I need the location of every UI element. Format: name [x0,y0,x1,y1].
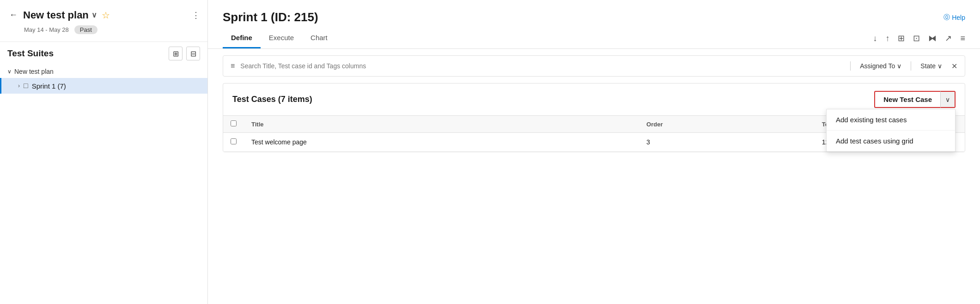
suite-actions: ⊞ ⊟ [169,47,200,60]
filter-close-button[interactable]: ✕ [951,62,957,71]
new-test-case-group: New Test Case ∨ Add existing test cases … [874,91,956,108]
test-cases-section: Test Cases (7 items) New Test Case ∨ Add… [223,83,965,152]
chevron-down-icon: ∨ [91,11,97,19]
add-test-cases-using-grid-item[interactable]: Add test cases using grid [827,131,955,151]
tree-item-parent[interactable]: ∨ New test plan [0,65,207,78]
grid-icon[interactable]: ⊞ [898,33,905,43]
row-checkbox-cell [223,133,244,152]
test-suites-header: Test Suites ⊞ ⊟ [0,42,207,65]
download-icon[interactable]: ↓ [873,34,877,43]
state-dropdown[interactable]: State ∨ [917,60,946,72]
help-link[interactable]: ⓪ Help [943,13,965,22]
tab-execute[interactable]: Execute [261,28,302,48]
test-cases-header: Test Cases (7 items) New Test Case ∨ Add… [223,83,965,116]
folder-icon: □ [24,82,28,90]
assigned-to-label: Assigned To [860,62,895,70]
row-title: Test welcome page [244,133,639,152]
filter-separator [850,61,851,71]
main-header: Sprint 1 (ID: 215) ⓪ Help [208,0,980,24]
new-test-case-chevron-button[interactable]: ∨ [940,91,956,108]
assigned-to-dropdown[interactable]: Assigned To ∨ [856,60,905,72]
plan-name-label: New test plan [23,9,89,21]
search-input[interactable] [240,62,845,70]
filter-settings-icon[interactable]: ≡ [960,34,965,43]
more-button[interactable]: ⋮ [192,10,200,20]
tree-chevron-icon: › [18,83,20,89]
sprint-title: Sprint 1 (ID: 215) [223,10,318,24]
past-badge: Past [74,25,97,34]
th-checkbox [223,116,244,133]
tab-define[interactable]: Define [223,28,261,48]
remove-suite-button[interactable]: ⊟ [186,47,200,60]
expand-icon[interactable]: ↗ [945,33,952,43]
columns-icon[interactable]: ⧓ [928,33,937,43]
assigned-to-chevron-icon: ∨ [897,62,901,70]
help-circle-icon: ⓪ [943,13,950,22]
split-view-icon[interactable]: ⊡ [913,33,920,43]
new-test-case-button[interactable]: New Test Case [874,91,940,108]
chevron-down-icon: ∨ [945,96,950,103]
star-icon[interactable]: ☆ [102,10,110,21]
add-existing-test-cases-item[interactable]: Add existing test cases [827,109,955,131]
back-button[interactable]: ← [7,8,19,22]
test-cases-title: Test Cases (7 items) [232,95,312,104]
filter-separator-2 [911,61,911,71]
sidebar: ← New test plan ∨ ☆ ⋮ May 14 - May 28 Pa… [0,0,208,304]
select-all-checkbox[interactable] [231,120,237,126]
date-range: May 14 - May 28 [24,26,69,33]
sidebar-date: May 14 - May 28 Past [0,25,207,42]
state-chevron-icon: ∨ [937,62,942,70]
help-label: Help [952,14,965,21]
test-suites-title: Test Suites [7,48,54,59]
add-suite-button[interactable]: ⊞ [169,47,183,60]
filter-icon: ≡ [231,62,235,70]
upload-icon[interactable]: ↑ [885,34,889,43]
plan-name-button[interactable]: New test plan ∨ [23,9,97,21]
filter-bar: ≡ Assigned To ∨ State ∨ ✕ [223,55,965,77]
th-order: Order [639,116,815,133]
child-item-label: Sprint 1 (7) [32,82,66,90]
th-title: Title [244,116,639,133]
new-test-case-dropdown: Add existing test cases Add test cases u… [826,109,956,152]
chevron-down-icon: ∨ [7,68,12,75]
parent-item-label: New test plan [14,68,54,75]
state-label: State [920,62,936,70]
row-order: 3 [639,133,815,152]
tab-icons: ↓ ↑ ⊞ ⊡ ⧓ ↗ ≡ [873,33,965,43]
tree-item-child[interactable]: › □ Sprint 1 (7) [0,78,207,94]
tab-chart[interactable]: Chart [302,28,336,48]
main-content: Sprint 1 (ID: 215) ⓪ Help Define Execute… [208,0,980,304]
tabs-bar: Define Execute Chart ↓ ↑ ⊞ ⊡ ⧓ ↗ ≡ [208,28,980,49]
sidebar-header: ← New test plan ∨ ☆ ⋮ [0,0,207,25]
row-checkbox[interactable] [231,138,237,144]
